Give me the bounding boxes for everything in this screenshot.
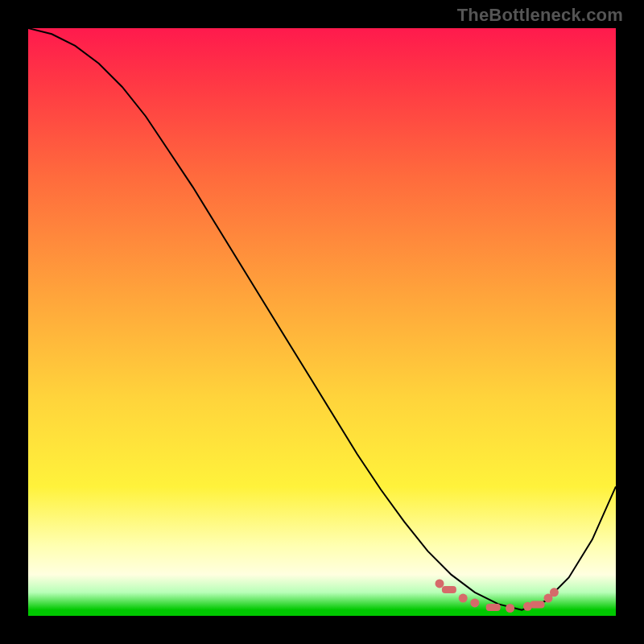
valley-marker-dash (486, 604, 501, 611)
valley-marker-dash (442, 586, 456, 593)
bottleneck-curve-line (28, 28, 616, 610)
chart-overlay (28, 28, 616, 616)
valley-marker-dot (506, 604, 514, 613)
valley-marker-group (436, 579, 559, 613)
watermark-text: TheBottleneck.com (457, 5, 623, 26)
valley-marker-dot (470, 598, 479, 607)
chart-container: TheBottleneck.com (0, 0, 644, 644)
valley-marker-dot (436, 579, 444, 588)
valley-marker-dash (530, 601, 545, 608)
valley-marker-dot (459, 594, 468, 603)
valley-marker-dot (550, 588, 559, 597)
